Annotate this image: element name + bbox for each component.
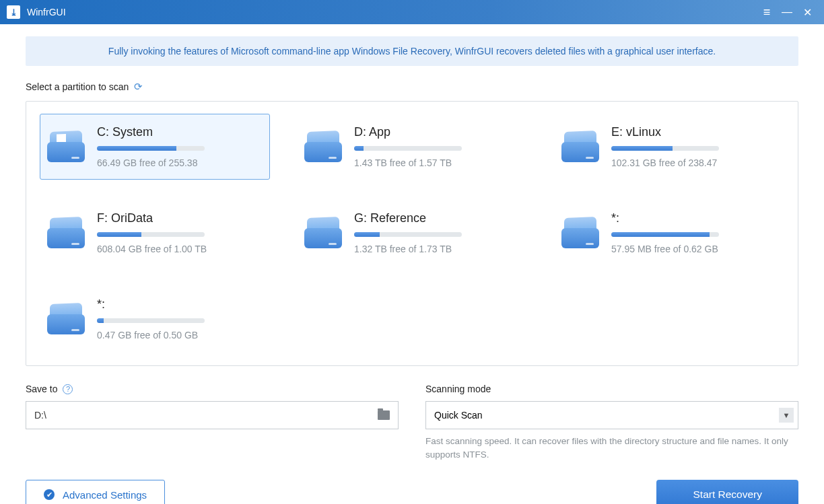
partition-free-text: 608.04 GB free of 1.00 TB: [97, 244, 263, 254]
usage-bar: [354, 232, 462, 237]
partition-item[interactable]: G: Reference1.32 TB free of 1.73 TB: [297, 200, 527, 266]
app-title: WinfrGUI: [27, 7, 66, 17]
partition-item[interactable]: C: System66.49 GB free of 255.38: [40, 114, 270, 180]
save-to-input[interactable]: D:\: [26, 401, 399, 429]
partition-name: *:: [97, 297, 263, 312]
usage-bar: [611, 232, 719, 237]
partition-name: *:: [611, 211, 777, 225]
partition-free-text: 1.43 TB free of 1.57 TB: [354, 157, 520, 168]
titlebar: ⤓ WinfrGUI ≡ — ✕: [0, 0, 824, 24]
partition-name: D: App: [354, 125, 520, 139]
app-logo-icon: ⤓: [7, 5, 20, 19]
partition-free-text: 57.95 MB free of 0.62 GB: [611, 244, 777, 254]
partition-item[interactable]: E: vLinux102.31 GB free of 238.47: [554, 114, 784, 180]
select-partition-label: Select a partition to scan ⟳: [26, 81, 798, 93]
info-banner: Fully invoking the features of Microsoft…: [26, 36, 798, 66]
partition-free-text: 1.32 TB free of 1.73 TB: [354, 244, 520, 254]
check-icon: ✔: [44, 489, 55, 500]
usage-bar: [354, 146, 462, 151]
scanning-mode-description: Fast scanning speed. It can recover file…: [425, 435, 798, 461]
advanced-settings-label: Advanced Settings: [63, 489, 147, 501]
drive-icon: [304, 217, 342, 248]
select-partition-text: Select a partition to scan: [26, 81, 129, 92]
scanning-mode-select[interactable]: Quick Scan ▼: [425, 401, 798, 429]
save-to-value: D:\: [34, 410, 371, 421]
partition-item[interactable]: *:0.47 GB free of 0.50 GB: [40, 286, 270, 352]
chevron-down-icon: ▼: [779, 408, 794, 423]
help-icon[interactable]: ?: [63, 384, 73, 394]
advanced-settings-button[interactable]: ✔ Advanced Settings: [26, 480, 165, 504]
partition-name: C: System: [97, 125, 263, 139]
partition-item[interactable]: *:57.95 MB free of 0.62 GB: [554, 200, 784, 266]
save-to-label: Save to ?: [26, 384, 399, 394]
drive-icon: [47, 303, 85, 334]
partition-item[interactable]: D: App1.43 TB free of 1.57 TB: [297, 114, 527, 180]
partition-name: E: vLinux: [611, 125, 777, 139]
partition-free-text: 66.49 GB free of 255.38: [97, 157, 263, 168]
drive-icon: [561, 131, 599, 162]
partition-free-text: 0.47 GB free of 0.50 GB: [97, 330, 263, 340]
drive-icon: [561, 217, 599, 248]
drive-icon: [304, 131, 342, 162]
drive-icon: [47, 131, 85, 162]
minimize-button[interactable]: —: [777, 6, 797, 18]
usage-bar: [97, 232, 205, 237]
menu-icon[interactable]: ≡: [757, 5, 777, 20]
refresh-icon[interactable]: ⟳: [134, 81, 143, 93]
usage-bar: [97, 318, 205, 323]
partition-container: C: System66.49 GB free of 255.38D: App1.…: [26, 101, 798, 366]
usage-bar: [97, 146, 205, 151]
usage-bar: [611, 146, 719, 151]
folder-icon[interactable]: [378, 410, 390, 420]
partition-name: G: Reference: [354, 211, 520, 225]
partition-free-text: 102.31 GB free of 238.47: [611, 157, 777, 168]
partition-name: F: OriData: [97, 211, 263, 225]
scanning-mode-value: Quick Scan: [434, 410, 772, 421]
close-button[interactable]: ✕: [797, 6, 817, 19]
partition-item[interactable]: F: OriData608.04 GB free of 1.00 TB: [40, 200, 270, 266]
scanning-mode-label: Scanning mode: [425, 384, 798, 394]
drive-icon: [47, 217, 85, 248]
start-recovery-button[interactable]: Start Recovery: [656, 480, 798, 504]
